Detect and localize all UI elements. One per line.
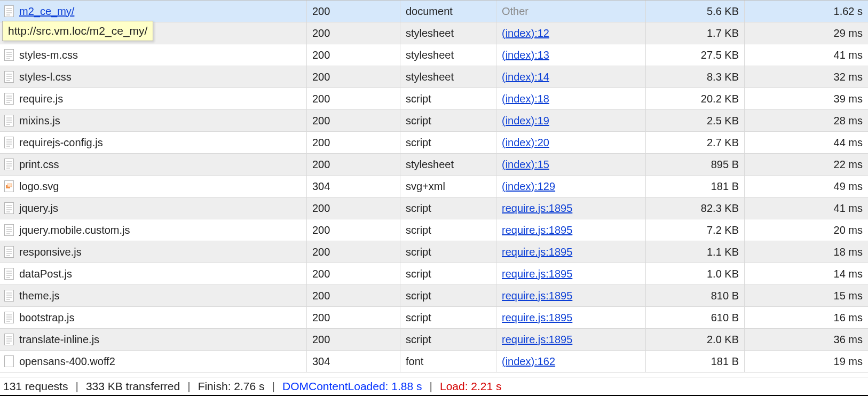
resource-name[interactable]: jquery.js: [19, 202, 58, 215]
cell-time: 22 ms: [745, 154, 868, 175]
cell-initiator[interactable]: require.js:1895: [496, 263, 646, 284]
initiator-link[interactable]: (index):18: [502, 93, 549, 105]
table-row[interactable]: translate-inline.js200scriptrequire.js:1…: [0, 329, 868, 351]
initiator-link[interactable]: (index):12: [502, 27, 549, 39]
cell-name[interactable]: requirejs-config.js: [0, 132, 307, 153]
initiator-link[interactable]: (index):129: [502, 180, 555, 193]
cell-name[interactable]: print.css: [0, 154, 307, 175]
cell-size: 1.7 KB: [646, 22, 745, 44]
cell-name[interactable]: jquery.js: [0, 197, 307, 219]
initiator-link[interactable]: (index):20: [502, 137, 549, 149]
resource-name[interactable]: theme.js: [19, 290, 60, 302]
initiator-link[interactable]: (index):19: [502, 115, 549, 127]
cell-initiator[interactable]: (index):18: [496, 88, 646, 109]
resource-name[interactable]: responsive.js: [19, 246, 82, 258]
cell-status: 200: [307, 197, 400, 219]
cell-name[interactable]: jquery.mobile.custom.js: [0, 219, 307, 241]
table-row[interactable]: logo.svg304svg+xml(index):129181 B49 ms: [0, 176, 868, 197]
initiator-link[interactable]: require.js:1895: [502, 224, 572, 236]
resource-name[interactable]: requirejs-config.js: [19, 137, 103, 149]
cell-type: script: [400, 307, 496, 328]
cell-name[interactable]: responsive.js: [0, 241, 307, 263]
table-row[interactable]: opensans-400.woff2304font(index):162181 …: [0, 351, 868, 373]
cell-initiator[interactable]: (index):12: [496, 22, 646, 44]
resource-name[interactable]: opensans-400.woff2: [19, 355, 115, 368]
table-row[interactable]: theme.js200scriptrequire.js:1895810 B15 …: [0, 285, 868, 307]
cell-status: 200: [307, 263, 400, 284]
cell-initiator[interactable]: require.js:1895: [496, 219, 646, 241]
initiator-link[interactable]: require.js:1895: [502, 202, 572, 215]
initiator-link[interactable]: (index):162: [502, 355, 555, 368]
resource-name[interactable]: m2_ce_my/: [19, 5, 74, 18]
initiator-link[interactable]: require.js:1895: [502, 312, 572, 324]
cell-name[interactable]: dataPost.js: [0, 263, 307, 284]
initiator-link[interactable]: require.js:1895: [502, 290, 572, 302]
cell-initiator[interactable]: require.js:1895: [496, 307, 646, 328]
cell-time: 16 ms: [745, 307, 868, 328]
table-row[interactable]: styles-l.css200stylesheet(index):148.3 K…: [0, 66, 868, 88]
cell-initiator[interactable]: require.js:1895: [496, 241, 646, 263]
cell-initiator[interactable]: (index):129: [496, 176, 646, 197]
cell-name[interactable]: translate-inline.js: [0, 329, 307, 350]
table-row[interactable]: dataPost.js200scriptrequire.js:18951.0 K…: [0, 263, 868, 285]
initiator-link[interactable]: require.js:1895: [502, 246, 572, 258]
table-row[interactable]: jquery.js200scriptrequire.js:189582.3 KB…: [0, 197, 868, 219]
cell-size: 20.2 KB: [646, 88, 745, 109]
resource-name[interactable]: translate-inline.js: [19, 334, 99, 346]
resource-name[interactable]: bootstrap.js: [19, 312, 74, 324]
resource-name[interactable]: print.css: [19, 159, 59, 171]
resource-name[interactable]: styles-m.css: [19, 49, 78, 61]
resource-name[interactable]: logo.svg: [19, 180, 59, 193]
cell-name[interactable]: logo.svg: [0, 176, 307, 197]
file-icon: [4, 180, 14, 192]
status-separator: |: [430, 380, 432, 393]
cell-name[interactable]: opensans-400.woff2: [0, 351, 307, 372]
cell-name[interactable]: theme.js: [0, 285, 307, 306]
resource-name[interactable]: jquery.mobile.custom.js: [19, 224, 130, 236]
cell-initiator[interactable]: (index):20: [496, 132, 646, 153]
cell-initiator[interactable]: (index):162: [496, 351, 646, 372]
table-row[interactable]: responsive.js200scriptrequire.js:18951.1…: [0, 241, 868, 263]
resource-name[interactable]: dataPost.js: [19, 268, 72, 280]
cell-initiator[interactable]: (index):13: [496, 44, 646, 66]
cell-initiator[interactable]: (index):19: [496, 110, 646, 131]
cell-initiator[interactable]: require.js:1895: [496, 329, 646, 350]
cell-initiator[interactable]: (index):15: [496, 154, 646, 175]
cell-initiator[interactable]: require.js:1895: [496, 197, 646, 219]
initiator-link[interactable]: require.js:1895: [502, 268, 572, 280]
status-separator: |: [272, 380, 275, 393]
cell-name[interactable]: bootstrap.js: [0, 307, 307, 328]
cell-name[interactable]: require.js: [0, 88, 307, 109]
cell-type: stylesheet: [400, 22, 496, 44]
cell-name[interactable]: mixins.js: [0, 110, 307, 131]
cell-time: 32 ms: [745, 66, 868, 88]
initiator-link[interactable]: (index):13: [502, 49, 549, 61]
cell-type: script: [400, 329, 496, 350]
resource-name[interactable]: styles-l.css: [19, 71, 72, 83]
table-row[interactable]: m2_ce_my/200documentOther5.6 KB1.62 shtt…: [0, 1, 868, 22]
cell-status: 200: [307, 285, 400, 306]
table-row[interactable]: mixins.js200script(index):192.5 KB28 ms: [0, 110, 868, 132]
table-row[interactable]: requirejs-config.js200script(index):202.…: [0, 132, 868, 154]
cell-name[interactable]: styles-l.css: [0, 66, 307, 88]
cell-time: 18 ms: [745, 241, 868, 263]
cell-time: 15 ms: [745, 285, 868, 306]
cell-time: 14 ms: [745, 263, 868, 284]
cell-initiator[interactable]: require.js:1895: [496, 285, 646, 306]
table-row[interactable]: bootstrap.js200scriptrequire.js:1895610 …: [0, 307, 868, 329]
resource-name[interactable]: mixins.js: [19, 115, 60, 127]
cell-name[interactable]: styles-m.css: [0, 44, 307, 66]
cell-size: 810 B: [646, 285, 745, 306]
table-row[interactable]: require.js200script(index):1820.2 KB39 m…: [0, 88, 868, 110]
cell-size: 1.1 KB: [646, 241, 745, 263]
table-row[interactable]: styles-m.css200stylesheet(index):1327.5 …: [0, 44, 868, 66]
initiator-link[interactable]: (index):15: [502, 159, 549, 171]
initiator-link[interactable]: (index):14: [502, 71, 549, 83]
cell-initiator[interactable]: (index):14: [496, 66, 646, 88]
table-row[interactable]: jquery.mobile.custom.js200scriptrequire.…: [0, 219, 868, 241]
cell-name[interactable]: m2_ce_my/: [0, 1, 307, 22]
initiator-link[interactable]: require.js:1895: [502, 334, 572, 346]
resource-name[interactable]: require.js: [19, 93, 63, 105]
table-row[interactable]: print.css200stylesheet(index):15895 B22 …: [0, 154, 868, 176]
url-tooltip: http://src.vm.loc/m2_ce_my/: [2, 21, 153, 41]
